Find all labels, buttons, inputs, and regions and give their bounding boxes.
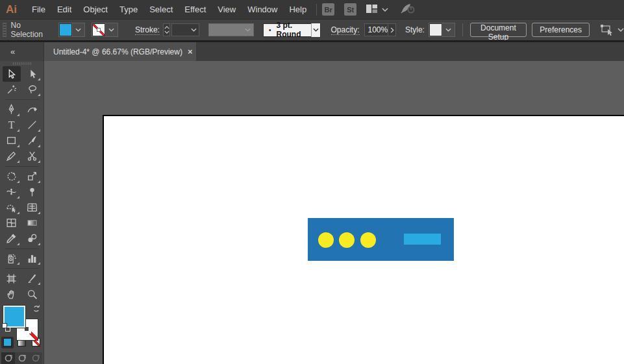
slice-tool[interactable]	[23, 271, 42, 286]
artwork-dot[interactable]	[339, 232, 355, 248]
scissors-tool[interactable]	[23, 149, 42, 164]
stroke-weight-select[interactable]	[171, 23, 199, 36]
menubar-divider	[316, 4, 317, 16]
artwork-dot[interactable]	[318, 232, 334, 248]
draw-behind-mode[interactable]	[15, 352, 29, 364]
drawing-mode-buttons	[1, 352, 42, 364]
controlbar-divider	[462, 23, 463, 36]
menu-window[interactable]: Window	[242, 0, 283, 19]
draw-inside-mode[interactable]	[29, 352, 42, 364]
stroke-none-indicator	[97, 28, 101, 32]
blend-tool[interactable]	[23, 231, 42, 247]
stock-button[interactable]: St	[344, 3, 356, 16]
menu-select[interactable]: Select	[144, 0, 179, 19]
opacity-expand-button[interactable]	[388, 23, 396, 36]
default-fill-stroke-icon[interactable]	[2, 323, 10, 332]
artwork-blue-bar[interactable]	[308, 218, 454, 261]
gpu-performance-icon[interactable]	[400, 3, 416, 16]
zoom-tool[interactable]	[23, 286, 42, 302]
collapse-icon: «	[10, 47, 15, 56]
style-control	[429, 23, 455, 37]
curvature-tool[interactable]	[23, 102, 42, 117]
opacity-panel-link[interactable]: Opacity:	[331, 25, 360, 35]
tools-divider	[5, 268, 39, 269]
select-similar-options-icon[interactable]	[600, 24, 614, 36]
artboard[interactable]	[103, 115, 624, 364]
preferences-button[interactable]: Preferences	[532, 23, 590, 37]
menu-help[interactable]: Help	[283, 0, 312, 19]
menu-bar: Ai File Edit Object Type Select Effect V…	[0, 0, 624, 19]
style-dropdown[interactable]	[442, 23, 455, 36]
style-swatch[interactable]	[429, 23, 442, 36]
menu-effect[interactable]: Effect	[179, 0, 212, 19]
document-tab-title: Untitled-4* @ 66.67% (RGB/Preview)	[53, 47, 182, 56]
fill-color-control	[58, 23, 85, 37]
artwork-accent-rect[interactable]	[404, 234, 441, 245]
app-logo: Ai	[6, 3, 17, 16]
tools-panel-grip[interactable]	[13, 62, 31, 65]
tools-panel-collapse[interactable]: «	[0, 42, 44, 61]
illustrator-window: Ai File Edit Object Type Select Effect V…	[0, 0, 624, 364]
swap-fill-stroke-icon[interactable]	[32, 304, 41, 315]
similar-options-chevron[interactable]	[618, 28, 624, 32]
menu-view[interactable]: View	[212, 0, 242, 19]
shape-builder-tool[interactable]	[3, 200, 21, 215]
draw-normal-mode[interactable]	[1, 352, 15, 364]
menu-edit[interactable]: Edit	[51, 0, 77, 19]
column-graph-tool[interactable]	[23, 250, 42, 266]
magic-wand-tool[interactable]	[3, 82, 21, 97]
tools-panel: T	[0, 61, 44, 364]
lasso-tool[interactable]	[23, 82, 42, 97]
document-setup-button[interactable]: Document Setup	[470, 23, 527, 37]
fill-color-swatch[interactable]	[59, 23, 72, 36]
selection-tool[interactable]	[3, 66, 21, 82]
stroke-color-swatch[interactable]	[92, 23, 105, 36]
width-tool[interactable]	[3, 184, 21, 200]
selection-status: No Selection	[11, 21, 43, 39]
symbol-sprayer-tool[interactable]	[3, 250, 21, 266]
type-tool[interactable]: T	[3, 117, 21, 133]
eyedropper-tool[interactable]	[3, 231, 21, 247]
pen-tool[interactable]	[3, 102, 21, 117]
brush-definition-chevron[interactable]	[311, 23, 320, 37]
bridge-button[interactable]: Br	[322, 3, 334, 16]
brush-definition-value: 3 pt. Round	[277, 21, 305, 39]
brush-definition-select[interactable]: • 3 pt. Round	[263, 23, 321, 37]
stroke-panel-link[interactable]: Stroke:	[135, 25, 160, 35]
tools-divider	[5, 99, 39, 100]
chevron-down-icon	[382, 8, 388, 12]
mesh-tool[interactable]	[3, 215, 21, 231]
tools-divider	[5, 249, 39, 249]
tools-divider	[5, 166, 39, 167]
scale-tool[interactable]	[23, 169, 42, 184]
tab-bar: « Untitled-4* @ 66.67% (RGB/Preview) ×	[0, 42, 624, 61]
perspective-grid-tool[interactable]	[23, 200, 42, 215]
brush-bullet-icon: •	[269, 27, 271, 34]
direct-selection-tool[interactable]	[23, 66, 42, 82]
hand-tool[interactable]	[3, 286, 21, 302]
fill-color-dropdown[interactable]	[72, 23, 84, 36]
rotate-tool[interactable]	[3, 169, 21, 184]
line-segment-tool[interactable]	[23, 117, 42, 133]
tab-close-icon[interactable]: ×	[188, 47, 193, 56]
opacity-input[interactable]: 100%	[364, 23, 389, 36]
document-tab[interactable]: Untitled-4* @ 66.67% (RGB/Preview) ×	[44, 42, 196, 61]
rectangle-tool[interactable]	[3, 133, 21, 149]
stroke-color-dropdown[interactable]	[105, 23, 118, 36]
workspace-icon	[366, 5, 377, 15]
artwork-dot[interactable]	[360, 232, 376, 248]
paintbrush-tool[interactable]	[23, 133, 42, 149]
svg-text:T: T	[8, 119, 15, 130]
panel-grip[interactable]	[3, 23, 6, 37]
puppet-warp-tool[interactable]	[23, 184, 42, 200]
artboard-tool[interactable]	[3, 271, 21, 286]
menu-file[interactable]: File	[26, 0, 51, 19]
menu-object[interactable]: Object	[77, 0, 114, 19]
color-button[interactable]	[1, 337, 14, 348]
width-profile-select	[208, 23, 254, 36]
menu-type[interactable]: Type	[114, 0, 144, 19]
shaper-tool[interactable]	[3, 149, 21, 164]
gradient-tool[interactable]	[23, 215, 42, 231]
stroke-weight-stepper[interactable]	[163, 23, 170, 36]
workspace-switcher[interactable]	[366, 5, 388, 15]
